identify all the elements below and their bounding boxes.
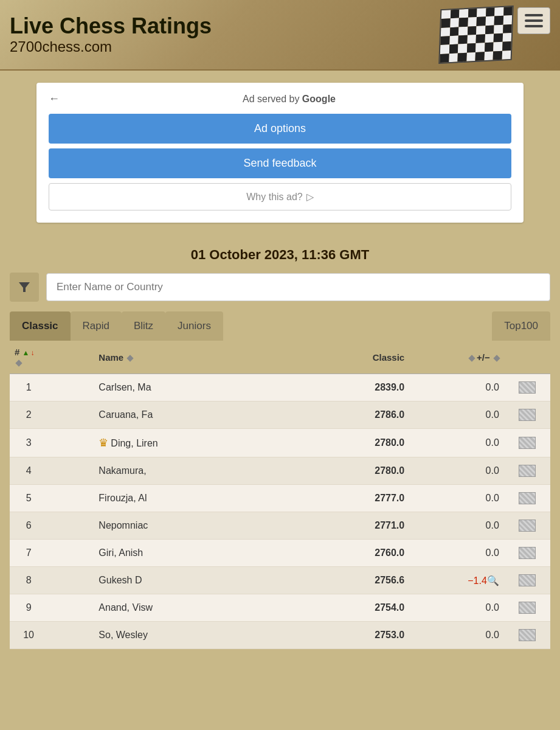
cell-rating: 2754.0 [283,594,410,622]
date-display: 01 October 2023, 11:36 GMT [0,235,560,273]
col-header-change[interactable]: +/− [409,341,504,374]
cell-rank: 9 [10,594,47,622]
ad-served-by-text: Ad served by [243,94,299,104]
tab-classic[interactable]: Classic [10,311,71,341]
ratings-table: # ▲ ↓ Name Classic +/− [10,341,550,649]
cell-rank: 3 [10,429,47,457]
cell-rating: 2753.0 [283,622,410,649]
ratings-table-section: # ▲ ↓ Name Classic +/− [0,341,560,661]
country-flag [519,409,536,421]
cell-rank: 8 [10,567,47,594]
magnifier-icon[interactable]: 🔍 [487,575,499,586]
cell-name: Nepomniac [94,512,283,540]
header-right [440,7,550,62]
cell-change: 0.0 [409,512,504,540]
country-flag [519,381,536,394]
cell-flag [504,594,550,622]
why-ad-icon: ▷ [306,191,314,203]
tab-blitz[interactable]: Blitz [122,311,165,341]
tab-rapid[interactable]: Rapid [71,311,122,341]
cell-flag [504,540,550,567]
table-row: 6Nepomniac2771.00.0 [10,512,550,540]
arrow-down-icon: ↓ [30,349,34,357]
google-brand-text: Google [302,94,336,104]
cell-rank: 1 [10,374,47,401]
change-value: 0.0 [486,382,499,392]
cell-change: 0.0 [409,622,504,649]
cell-flag [504,485,550,512]
ad-back-arrow[interactable]: ← [49,92,60,105]
filter-icon [17,280,32,294]
cell-name: Gukesh D [94,567,283,594]
col-header-classic[interactable]: Classic [283,341,410,374]
change-value: 0.0 [486,437,499,448]
site-header: Live Chess Ratings 2700chess.com [0,0,560,71]
change-sort-diamond-right [493,355,500,361]
cell-change: 0.0 [409,540,504,567]
cell-change: 0.0 [409,457,504,485]
cell-flag [504,622,550,649]
cell-rating: 2771.0 [283,512,410,540]
tab-juniors[interactable]: Juniors [165,311,223,341]
hamburger-line-1 [525,14,543,16]
cell-arrows [47,622,94,649]
cell-name: Giri, Anish [94,540,283,567]
menu-button[interactable] [517,7,550,34]
svg-marker-0 [19,282,30,292]
cell-name: Firouzja, Al [94,485,283,512]
cell-rating: 2777.0 [283,485,410,512]
cell-rank: 6 [10,512,47,540]
send-feedback-button[interactable]: Send feedback [49,148,511,178]
chess-flag-decoration [438,5,514,64]
table-row: 5Firouzja, Al2777.00.0 [10,485,550,512]
table-row: 9Anand, Visw2754.00.0 [10,594,550,622]
cell-arrows [47,567,94,594]
cell-flag [504,567,550,594]
search-input[interactable] [46,273,550,301]
change-value: −1.4 [468,575,487,586]
cell-change: 0.0 [409,374,504,401]
cell-change: −1.4 🔍 [409,567,504,594]
country-flag [519,574,536,586]
table-header: # ▲ ↓ Name Classic +/− [10,341,550,374]
col-header-rank[interactable]: # ▲ ↓ [10,341,47,374]
cell-flag [504,512,550,540]
change-value: 0.0 [486,409,499,420]
cell-arrows [47,429,94,457]
why-this-ad-button[interactable]: Why this ad? ▷ [49,183,511,210]
cell-arrows [47,457,94,485]
player-name: Ding, Liren [111,438,157,448]
search-section [0,273,560,311]
cell-change: 0.0 [409,594,504,622]
cell-arrows [47,594,94,622]
cell-arrows [47,512,94,540]
site-title: Live Chess Ratings [10,14,212,38]
player-name: Firouzja, Al [99,493,147,503]
cell-name: Anand, Visw [94,594,283,622]
col-rank-label: # [15,347,19,357]
cell-rating: 2839.0 [283,374,410,401]
cell-name: So, Wesley [94,622,283,649]
country-flag [519,547,536,559]
tab-top100[interactable]: Top100 [492,311,550,341]
country-flag [519,437,536,449]
table-row: 4Nakamura,2780.00.0 [10,457,550,485]
table-row: 10So, Wesley2753.00.0 [10,622,550,649]
player-name: Caruana, Fa [99,409,153,420]
cell-change: 0.0 [409,485,504,512]
filter-button[interactable] [10,273,39,302]
ad-options-button[interactable]: Ad options [49,114,511,144]
col-classic-label: Classic [373,352,405,363]
cell-flag [504,429,550,457]
hamburger-line-2 [525,19,543,22]
col-header-arrows [47,341,94,374]
col-header-name[interactable]: Name [94,341,283,374]
table-row: 1Carlsen, Ma2839.00.0 [10,374,550,401]
table-row: 2Caruana, Fa2786.00.0 [10,401,550,429]
why-ad-text: Why this ad? [246,192,302,203]
change-value: 0.0 [486,548,499,558]
player-name: Anand, Visw [99,602,153,613]
crown-icon: ♛ [99,437,108,449]
rank-sort-arrows: ▲ ↓ [22,349,35,357]
cell-arrows [47,485,94,512]
